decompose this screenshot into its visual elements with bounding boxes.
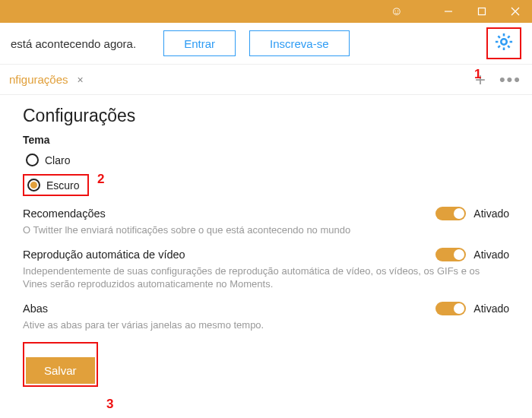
radio-theme-light[interactable]: Claro	[23, 152, 73, 168]
setting-title: Abas	[23, 302, 48, 315]
login-button[interactable]: Entrar	[163, 30, 236, 56]
svg-point-4	[501, 39, 506, 44]
window-titlebar: ☺	[0, 0, 532, 23]
emoji-icon[interactable]: ☺	[380, 0, 413, 23]
setting-title: Recomendações	[23, 207, 106, 220]
settings-content: Configurações Tema Claro 2 Escuro Recome…	[0, 95, 532, 397]
radio-icon	[26, 154, 39, 166]
save-highlight: Salvar	[23, 342, 98, 387]
toggle-label: Ativado	[473, 207, 509, 220]
annotation-3: 3	[106, 397, 113, 412]
toggle-video[interactable]	[435, 248, 466, 261]
toggle-recommendations[interactable]	[435, 207, 466, 220]
promo-bar: está acontecendo agora. Entrar Inscreva-…	[0, 23, 532, 65]
radio-theme-dark[interactable]: Escuro	[23, 174, 89, 196]
toggle-label: Ativado	[473, 302, 509, 315]
setting-video-autoplay: Reprodução automática de vídeo Ativado	[23, 248, 509, 261]
settings-gear-highlight	[486, 27, 521, 59]
radio-label: Escuro	[46, 179, 80, 192]
setting-desc: Ative as abas para ter várias janelas ao…	[23, 318, 494, 332]
setting-recommendations: Recomendações Ativado	[23, 207, 509, 220]
annotation-1: 1	[474, 67, 481, 82]
close-icon[interactable]	[499, 0, 532, 23]
toggle-label: Ativado	[473, 249, 509, 261]
save-button[interactable]: Salvar	[26, 357, 95, 384]
signup-button[interactable]: Inscreva-se	[249, 30, 350, 56]
maximize-icon[interactable]	[465, 0, 499, 23]
setting-title: Reprodução automática de vídeo	[23, 249, 185, 261]
minimize-icon[interactable]	[432, 0, 465, 23]
toggle-tabs[interactable]	[435, 302, 466, 315]
setting-desc: O Twitter lhe enviará notificações sobre…	[23, 223, 494, 237]
page-title: Configurações	[23, 106, 509, 126]
setting-desc: Independentemente de suas configurações …	[23, 264, 494, 291]
tab-strip: nfigurações × + •••	[0, 65, 532, 95]
svg-rect-1	[479, 8, 486, 15]
gear-icon[interactable]	[493, 31, 515, 55]
theme-label: Tema	[23, 134, 509, 146]
tab-settings[interactable]: nfigurações	[5, 73, 73, 86]
radio-label: Claro	[45, 154, 70, 166]
setting-tabs: Abas Ativado	[23, 302, 509, 315]
tab-close-icon[interactable]: ×	[78, 74, 84, 86]
annotation-2: 2	[97, 172, 104, 187]
radio-icon	[27, 179, 40, 192]
more-icon[interactable]: •••	[493, 70, 527, 90]
promo-text: está acontecendo agora.	[11, 37, 136, 50]
